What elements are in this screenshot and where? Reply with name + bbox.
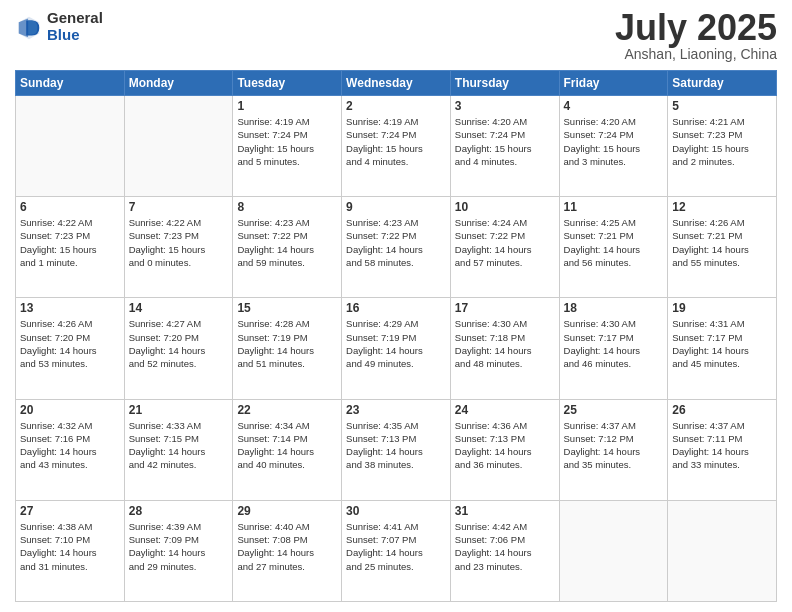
day-number: 1	[237, 99, 337, 113]
day-info: Sunrise: 4:20 AMSunset: 7:24 PMDaylight:…	[564, 115, 664, 168]
day-number: 11	[564, 200, 664, 214]
logo: General Blue	[15, 10, 103, 43]
day-info: Sunrise: 4:31 AMSunset: 7:17 PMDaylight:…	[672, 317, 772, 370]
header-saturday: Saturday	[668, 71, 777, 96]
header-tuesday: Tuesday	[233, 71, 342, 96]
day-info: Sunrise: 4:25 AMSunset: 7:21 PMDaylight:…	[564, 216, 664, 269]
header-friday: Friday	[559, 71, 668, 96]
calendar-cell: 31Sunrise: 4:42 AMSunset: 7:06 PMDayligh…	[450, 500, 559, 601]
calendar-cell: 26Sunrise: 4:37 AMSunset: 7:11 PMDayligh…	[668, 399, 777, 500]
calendar-cell: 27Sunrise: 4:38 AMSunset: 7:10 PMDayligh…	[16, 500, 125, 601]
calendar-week-3: 13Sunrise: 4:26 AMSunset: 7:20 PMDayligh…	[16, 298, 777, 399]
day-info: Sunrise: 4:19 AMSunset: 7:24 PMDaylight:…	[346, 115, 446, 168]
title-month: July 2025	[615, 10, 777, 46]
calendar: Sunday Monday Tuesday Wednesday Thursday…	[15, 70, 777, 602]
day-number: 12	[672, 200, 772, 214]
calendar-cell: 6Sunrise: 4:22 AMSunset: 7:23 PMDaylight…	[16, 197, 125, 298]
calendar-cell: 19Sunrise: 4:31 AMSunset: 7:17 PMDayligh…	[668, 298, 777, 399]
day-number: 7	[129, 200, 229, 214]
day-number: 20	[20, 403, 120, 417]
day-number: 30	[346, 504, 446, 518]
logo-general-text: General	[47, 10, 103, 27]
day-number: 2	[346, 99, 446, 113]
calendar-cell: 15Sunrise: 4:28 AMSunset: 7:19 PMDayligh…	[233, 298, 342, 399]
calendar-cell: 16Sunrise: 4:29 AMSunset: 7:19 PMDayligh…	[342, 298, 451, 399]
calendar-cell: 24Sunrise: 4:36 AMSunset: 7:13 PMDayligh…	[450, 399, 559, 500]
calendar-cell: 1Sunrise: 4:19 AMSunset: 7:24 PMDaylight…	[233, 96, 342, 197]
day-number: 10	[455, 200, 555, 214]
day-info: Sunrise: 4:37 AMSunset: 7:12 PMDaylight:…	[564, 419, 664, 472]
day-number: 3	[455, 99, 555, 113]
day-info: Sunrise: 4:40 AMSunset: 7:08 PMDaylight:…	[237, 520, 337, 573]
calendar-cell: 8Sunrise: 4:23 AMSunset: 7:22 PMDaylight…	[233, 197, 342, 298]
day-info: Sunrise: 4:28 AMSunset: 7:19 PMDaylight:…	[237, 317, 337, 370]
day-info: Sunrise: 4:41 AMSunset: 7:07 PMDaylight:…	[346, 520, 446, 573]
calendar-cell: 21Sunrise: 4:33 AMSunset: 7:15 PMDayligh…	[124, 399, 233, 500]
calendar-cell	[16, 96, 125, 197]
calendar-week-1: 1Sunrise: 4:19 AMSunset: 7:24 PMDaylight…	[16, 96, 777, 197]
header-wednesday: Wednesday	[342, 71, 451, 96]
day-number: 4	[564, 99, 664, 113]
title-block: July 2025 Anshan, Liaoning, China	[615, 10, 777, 62]
calendar-week-2: 6Sunrise: 4:22 AMSunset: 7:23 PMDaylight…	[16, 197, 777, 298]
day-number: 25	[564, 403, 664, 417]
calendar-cell	[559, 500, 668, 601]
day-number: 15	[237, 301, 337, 315]
day-info: Sunrise: 4:21 AMSunset: 7:23 PMDaylight:…	[672, 115, 772, 168]
day-number: 18	[564, 301, 664, 315]
day-info: Sunrise: 4:23 AMSunset: 7:22 PMDaylight:…	[346, 216, 446, 269]
calendar-week-5: 27Sunrise: 4:38 AMSunset: 7:10 PMDayligh…	[16, 500, 777, 601]
day-info: Sunrise: 4:37 AMSunset: 7:11 PMDaylight:…	[672, 419, 772, 472]
day-number: 13	[20, 301, 120, 315]
day-number: 24	[455, 403, 555, 417]
day-number: 22	[237, 403, 337, 417]
day-info: Sunrise: 4:19 AMSunset: 7:24 PMDaylight:…	[237, 115, 337, 168]
calendar-cell: 25Sunrise: 4:37 AMSunset: 7:12 PMDayligh…	[559, 399, 668, 500]
calendar-cell	[124, 96, 233, 197]
header-sunday: Sunday	[16, 71, 125, 96]
svg-marker-1	[19, 18, 28, 37]
day-info: Sunrise: 4:34 AMSunset: 7:14 PMDaylight:…	[237, 419, 337, 472]
day-number: 27	[20, 504, 120, 518]
day-number: 23	[346, 403, 446, 417]
day-info: Sunrise: 4:29 AMSunset: 7:19 PMDaylight:…	[346, 317, 446, 370]
day-number: 21	[129, 403, 229, 417]
logo-icon	[15, 13, 43, 41]
calendar-cell: 28Sunrise: 4:39 AMSunset: 7:09 PMDayligh…	[124, 500, 233, 601]
calendar-cell: 7Sunrise: 4:22 AMSunset: 7:23 PMDaylight…	[124, 197, 233, 298]
day-info: Sunrise: 4:26 AMSunset: 7:20 PMDaylight:…	[20, 317, 120, 370]
day-info: Sunrise: 4:42 AMSunset: 7:06 PMDaylight:…	[455, 520, 555, 573]
calendar-cell: 3Sunrise: 4:20 AMSunset: 7:24 PMDaylight…	[450, 96, 559, 197]
calendar-cell: 13Sunrise: 4:26 AMSunset: 7:20 PMDayligh…	[16, 298, 125, 399]
page: General Blue July 2025 Anshan, Liaoning,…	[0, 0, 792, 612]
calendar-cell: 10Sunrise: 4:24 AMSunset: 7:22 PMDayligh…	[450, 197, 559, 298]
calendar-cell: 29Sunrise: 4:40 AMSunset: 7:08 PMDayligh…	[233, 500, 342, 601]
day-number: 8	[237, 200, 337, 214]
calendar-cell: 17Sunrise: 4:30 AMSunset: 7:18 PMDayligh…	[450, 298, 559, 399]
day-info: Sunrise: 4:30 AMSunset: 7:18 PMDaylight:…	[455, 317, 555, 370]
calendar-cell: 12Sunrise: 4:26 AMSunset: 7:21 PMDayligh…	[668, 197, 777, 298]
day-info: Sunrise: 4:36 AMSunset: 7:13 PMDaylight:…	[455, 419, 555, 472]
calendar-cell: 22Sunrise: 4:34 AMSunset: 7:14 PMDayligh…	[233, 399, 342, 500]
calendar-cell: 20Sunrise: 4:32 AMSunset: 7:16 PMDayligh…	[16, 399, 125, 500]
day-number: 28	[129, 504, 229, 518]
day-info: Sunrise: 4:39 AMSunset: 7:09 PMDaylight:…	[129, 520, 229, 573]
calendar-cell: 9Sunrise: 4:23 AMSunset: 7:22 PMDaylight…	[342, 197, 451, 298]
calendar-cell: 18Sunrise: 4:30 AMSunset: 7:17 PMDayligh…	[559, 298, 668, 399]
day-info: Sunrise: 4:33 AMSunset: 7:15 PMDaylight:…	[129, 419, 229, 472]
weekday-header-row: Sunday Monday Tuesday Wednesday Thursday…	[16, 71, 777, 96]
header-monday: Monday	[124, 71, 233, 96]
calendar-cell: 2Sunrise: 4:19 AMSunset: 7:24 PMDaylight…	[342, 96, 451, 197]
day-info: Sunrise: 4:27 AMSunset: 7:20 PMDaylight:…	[129, 317, 229, 370]
day-number: 5	[672, 99, 772, 113]
header: General Blue July 2025 Anshan, Liaoning,…	[15, 10, 777, 62]
day-info: Sunrise: 4:20 AMSunset: 7:24 PMDaylight:…	[455, 115, 555, 168]
day-info: Sunrise: 4:26 AMSunset: 7:21 PMDaylight:…	[672, 216, 772, 269]
calendar-cell: 30Sunrise: 4:41 AMSunset: 7:07 PMDayligh…	[342, 500, 451, 601]
day-number: 17	[455, 301, 555, 315]
logo-text: General Blue	[47, 10, 103, 43]
header-thursday: Thursday	[450, 71, 559, 96]
calendar-week-4: 20Sunrise: 4:32 AMSunset: 7:16 PMDayligh…	[16, 399, 777, 500]
day-info: Sunrise: 4:38 AMSunset: 7:10 PMDaylight:…	[20, 520, 120, 573]
day-number: 31	[455, 504, 555, 518]
